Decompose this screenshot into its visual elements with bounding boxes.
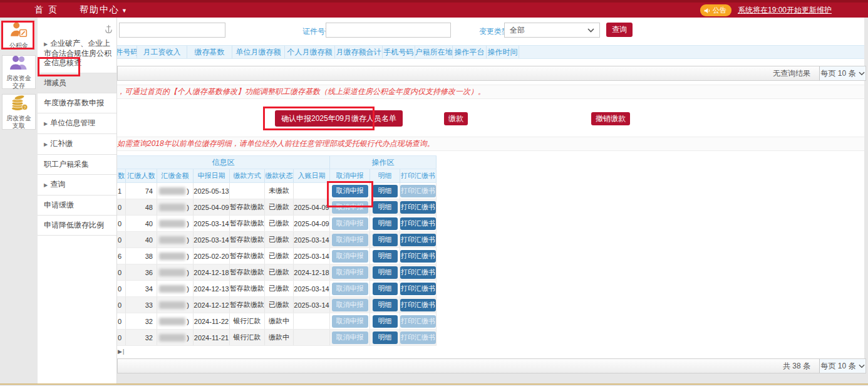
table-cell: 2024-12-18 xyxy=(294,264,330,280)
people-icon xyxy=(9,55,29,73)
print-remittance-button[interactable]: 打印汇缴书 xyxy=(400,201,436,214)
detail-button[interactable]: 明细 xyxy=(373,315,398,328)
table-cell: 明细 xyxy=(370,248,400,264)
table-cell: 打印汇缴书 xyxy=(400,232,437,248)
table-cell: 暂存款缴款 xyxy=(230,232,265,248)
table-cell: 33 xyxy=(126,297,157,313)
sidebar-item-0[interactable]: ▶企业破产、企业上市合法合规住房公积金信息核查 xyxy=(38,34,116,73)
print-remittance-button[interactable]: 打印汇缴书 xyxy=(400,250,436,263)
coins-icon: ? xyxy=(9,94,28,113)
confirm-declare-button[interactable]: 确认申报2025年09月缴存人员名单 xyxy=(275,110,403,127)
sidebar-item-label: 查询 xyxy=(50,180,65,189)
revoke-pay-button[interactable]: 撤销缴款 xyxy=(591,112,630,125)
print-remittance-button[interactable]: 打印汇缴书 xyxy=(400,299,436,311)
detail-button[interactable]: 明细 xyxy=(373,299,398,311)
cancel-declare-button: 取消申报 xyxy=(332,234,368,246)
t2-col-header: 汇缴人数 xyxy=(126,169,157,182)
table-cell: 取消申报 xyxy=(330,248,370,264)
triangle-right-icon: ▶ xyxy=(44,142,48,147)
table-cell: 已缴款 xyxy=(265,248,294,264)
table-cell: 取消申报 xyxy=(330,264,370,280)
page-size-select[interactable]: 每页 10 条 xyxy=(819,66,865,80)
print-remittance-button[interactable]: 打印汇缴书 xyxy=(400,234,436,246)
rail-item-reform-withdraw[interactable]: ?房改资金 支取 xyxy=(2,94,36,130)
table-cell: 打印汇缴书 xyxy=(400,264,437,280)
rail-item-fund[interactable]: 公积金 xyxy=(2,21,36,50)
sidebar-item-2[interactable]: 年度缴存基数申报 xyxy=(38,93,116,113)
rail-item-label: 房改资金 支取 xyxy=(6,115,31,130)
sidebar-item-4[interactable]: ▶汇补缴 xyxy=(38,134,116,155)
t2-col-header: 明细 xyxy=(370,169,400,182)
name-input[interactable] xyxy=(119,23,225,38)
sidebar-menu: ▶企业破产、企业上市合法合规住房公积金信息核查增减员年度缴存基数申报▶单位信息管… xyxy=(38,18,117,383)
sidebar-item-3[interactable]: ▶单位信息管理 xyxy=(38,113,116,134)
table-cell: 0 xyxy=(117,297,126,313)
table-cell: 暂存款缴款 xyxy=(230,199,265,215)
print-remittance-button[interactable]: 打印汇缴书 xyxy=(400,217,436,230)
no-results-text: 无查询结果 xyxy=(773,68,810,79)
table-cell: 取消申报 xyxy=(330,199,370,215)
table-cell: 明细 xyxy=(370,216,400,231)
table-cell: 暂存款缴款 xyxy=(230,248,265,264)
table-cell: 取消申报 xyxy=(330,281,370,296)
t2-col-header: 汇缴金额 xyxy=(157,169,194,182)
sidebar-item-label: 年度缴存基数申报 xyxy=(44,98,104,107)
table-cell: 32 xyxy=(126,313,157,329)
sidebar-item-6[interactable]: ▶查询 xyxy=(38,175,116,196)
table-cell: 明细 xyxy=(370,199,400,215)
table-cell: 打印汇缴书 xyxy=(400,183,437,199)
change-type-select[interactable]: 全部 xyxy=(504,23,600,38)
table-cell: 0 xyxy=(117,264,126,280)
detail-button[interactable]: 明细 xyxy=(373,283,398,295)
detail-button[interactable]: 明细 xyxy=(373,250,398,263)
table-cell: 2025-04-09 xyxy=(294,199,330,215)
svg-text:?: ? xyxy=(24,105,26,110)
print-remittance-button[interactable]: 打印汇缴书 xyxy=(400,266,436,279)
main-content: 证件号码: 变更类型: 全部 查询 件号码月工资收入缴存基数单位月缴存额个人月缴… xyxy=(117,18,864,371)
remittance-table-column-header: 数汇缴人数汇缴金额申报日期缴款方式缴款状态入账日期取消申报明细打印汇缴书 xyxy=(117,169,437,183)
print-remittance-button[interactable]: 打印汇缴书 xyxy=(400,283,436,295)
t1-col-header: 件号码 xyxy=(117,46,137,58)
detail-button[interactable]: 明细 xyxy=(373,185,398,197)
page-size-label: 每页 10 条 xyxy=(820,68,855,79)
detail-button[interactable]: 明细 xyxy=(373,201,398,214)
t1-col-header: 个人月缴存额 xyxy=(285,46,335,58)
sidebar-item-label: 单位信息管理 xyxy=(50,118,95,127)
masked-amount xyxy=(159,285,185,293)
nav-home[interactable]: 首 页 xyxy=(34,4,58,16)
table-cell: 缴款中 xyxy=(265,330,294,345)
anchor-icon[interactable] xyxy=(105,24,113,36)
t1-col-header: 单位月缴存额 xyxy=(232,46,285,58)
sidebar-item-5[interactable]: 职工户籍采集 xyxy=(38,155,116,175)
sidebar-item-7[interactable]: 申请缓缴 xyxy=(38,196,116,216)
search-button[interactable]: 查询 xyxy=(606,23,633,37)
page-size-select-bottom[interactable]: 每页 10 条 xyxy=(819,359,865,373)
t2-col-header: 申报日期 xyxy=(194,169,230,182)
table-cell: 2025-02-20 xyxy=(194,248,230,264)
cancel-declare-button: 取消申报 xyxy=(332,201,368,214)
cancel-declare-button[interactable]: 取消申报 xyxy=(332,185,368,197)
print-remittance-button: 打印汇缴书 xyxy=(400,315,436,328)
announcement-link[interactable]: 系统将在19:00开始更新维护 xyxy=(738,5,832,16)
group-header-info: 信息区 xyxy=(117,156,330,169)
table-cell: 已缴款 xyxy=(265,297,294,313)
filter-bar: 证件号码: 变更类型: 全部 查询 xyxy=(117,18,864,43)
table-cell: 2024-12-18 xyxy=(194,264,230,280)
table-cell: 2025-04-09 xyxy=(194,199,230,215)
rail-item-reform-deposit[interactable]: 房改资金 交存 xyxy=(2,55,36,89)
id-number-input[interactable] xyxy=(326,23,451,38)
pagination-last-page-icon[interactable]: ▶| xyxy=(118,348,125,355)
pay-button[interactable]: 缴款 xyxy=(444,112,468,125)
rail-item-label: 房改资金 交存 xyxy=(6,75,31,90)
detail-button[interactable]: 明细 xyxy=(373,331,398,344)
table-cell: 明细 xyxy=(370,264,400,280)
sidebar-item-1[interactable]: 增减员 xyxy=(38,73,116,93)
table-cell: 明细 xyxy=(370,313,400,329)
nav-help-center[interactable]: 帮助中心▼ xyxy=(80,4,127,16)
detail-button[interactable]: 明细 xyxy=(373,217,398,230)
table-cell: 打印汇缴书 xyxy=(400,216,437,231)
sidebar-item-8[interactable]: 申请降低缴存比例 xyxy=(38,216,116,236)
table-cell: 36 xyxy=(126,264,157,280)
detail-button[interactable]: 明细 xyxy=(373,234,398,246)
detail-button[interactable]: 明细 xyxy=(373,266,398,279)
